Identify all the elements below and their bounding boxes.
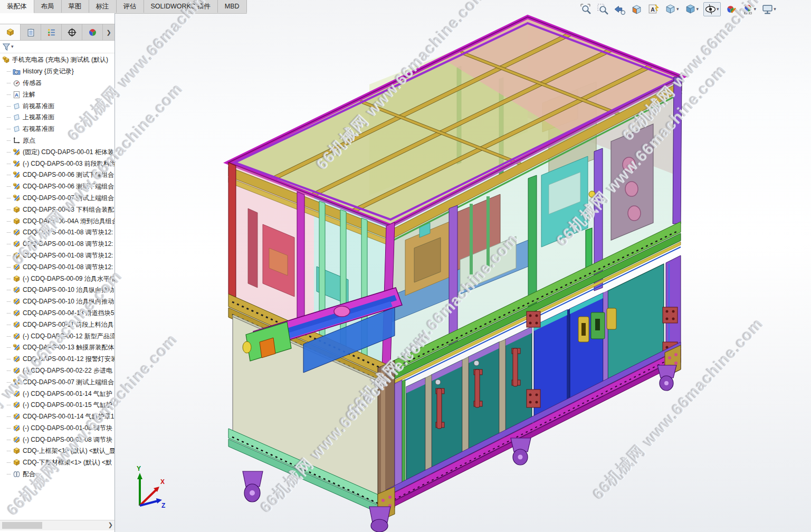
zoom-to-area-button[interactable] bbox=[596, 3, 609, 16]
tree-item-label: CDQ-DAPS-00-01-12 报警灯安装 bbox=[23, 355, 115, 364]
triad-y-label: Y bbox=[137, 465, 141, 472]
zoom-to-fit-button[interactable] bbox=[579, 3, 593, 16]
door-knob bbox=[474, 360, 479, 366]
asm-pencil-icon bbox=[13, 378, 21, 386]
tree-item[interactable]: A注解 bbox=[0, 89, 115, 100]
panel-tab-featuremanager-tree[interactable] bbox=[0, 24, 21, 40]
scrollbar-thumb[interactable] bbox=[2, 522, 42, 529]
tree-item[interactable]: CDQ-DAPS-00-07 测试上端组合 bbox=[0, 376, 115, 388]
edit-appearance-button[interactable] bbox=[724, 3, 738, 16]
tree-item[interactable]: (-) CDQ-DAPS-00-01-14 气缸护 bbox=[0, 388, 115, 400]
tree-connector bbox=[7, 255, 11, 256]
tree-item-label: CDQ-DAPS-00-06 测试下端组合 bbox=[23, 170, 114, 179]
panel-tab-propertymanager[interactable] bbox=[21, 24, 41, 40]
panel-tab-configurationmanager[interactable] bbox=[62, 24, 82, 40]
dropdown-caret-icon[interactable]: ▾ bbox=[676, 7, 679, 12]
3d-viewport[interactable]: Y X Z A▾▾▾▾▾ bbox=[115, 0, 811, 532]
tree-item[interactable]: CDQ-下型材框架<1> (默认) <默 bbox=[0, 457, 115, 469]
apply-scene-button[interactable]: ▾ bbox=[741, 3, 758, 16]
tab-布局[interactable]: 布局 bbox=[34, 0, 62, 13]
panel-tab-displaymanager[interactable] bbox=[41, 24, 62, 40]
previous-view-button[interactable] bbox=[613, 3, 626, 16]
feature-tree: 手机充电器 (充电头) 测试机 (默认)History {历史记录}传感器A注解… bbox=[0, 54, 115, 520]
panel-expand-chevron[interactable]: ❯ bbox=[103, 24, 115, 40]
tab-SOLIDWORKS 插件[interactable]: SOLIDWORKS 插件 bbox=[144, 0, 218, 13]
tree-item[interactable]: CDQ-DAPS-00-06 测试下端组合 bbox=[0, 181, 115, 193]
tree-item-label: CDQ-DAPS-00-11 前段上料治具 bbox=[23, 320, 113, 329]
tree-item[interactable]: (-) CDQ-DAPS-00-01-15 气缸护 bbox=[0, 400, 115, 411]
tree-connector bbox=[7, 164, 11, 164]
tab-MBD[interactable]: MBD bbox=[218, 0, 247, 13]
scrollbar-right-arrow[interactable]: ❯ bbox=[108, 521, 113, 528]
panel-horizontal-scrollbar[interactable]: ❯ bbox=[0, 520, 115, 530]
tree-item[interactable]: 传感器 bbox=[0, 78, 115, 89]
dropdown-caret-icon[interactable]: ▾ bbox=[717, 7, 719, 12]
tree-item-label: (-) CDQ-DAPS-00-01-14 气缸护 bbox=[23, 390, 112, 398]
dropdown-caret-icon[interactable]: ▾ bbox=[696, 7, 699, 12]
tree-connector bbox=[7, 474, 11, 474]
asm-pencil-icon bbox=[13, 183, 21, 191]
tree-item[interactable]: CDQ-DAPS-00-01-08 调节块12: bbox=[0, 261, 115, 273]
tree-item[interactable]: (-) CDQ-DAPS-00-01-08 调节块 bbox=[0, 423, 115, 434]
tree-item[interactable]: 右视基准面 bbox=[0, 124, 115, 135]
tree-item[interactable]: (-) CDQ-DAPS-00-02-22 步进电 bbox=[0, 365, 115, 377]
tree-item[interactable]: CDQ-DAPS-00-04A 滑到治具组合 bbox=[0, 215, 115, 227]
tree-item[interactable]: (-) CDQ-DAPS-00-09 治具水平推 bbox=[0, 273, 115, 284]
filter-icon[interactable] bbox=[2, 43, 11, 51]
tree-connector bbox=[7, 416, 11, 417]
tab-评估[interactable]: 评估 bbox=[117, 0, 144, 13]
tree-item[interactable]: 原点 bbox=[0, 135, 115, 147]
section-view-button[interactable] bbox=[630, 3, 643, 16]
display-style-button[interactable]: ▾ bbox=[684, 3, 700, 16]
tree-connector bbox=[7, 117, 11, 118]
tree-item[interactable]: CDQ-上框架<1> (默认) <默认_显 bbox=[0, 445, 115, 457]
tree-connector bbox=[7, 359, 11, 359]
dropdown-caret-icon[interactable]: ▾ bbox=[754, 7, 757, 12]
part-pencil-icon bbox=[13, 413, 21, 421]
tree-item-label: CDQ-DAPS-00-01-08 调节块12: bbox=[23, 240, 113, 249]
tree-item[interactable]: 前视基准面 bbox=[0, 100, 115, 112]
tree-item[interactable]: CDQ-DAPS-00-01-08 调节块12: bbox=[0, 239, 115, 250]
tree-item[interactable]: CDQ-DAPS-00-11 前段上料治具 bbox=[0, 319, 115, 330]
asm-pencil-icon bbox=[13, 160, 21, 168]
annotations-visibility-button[interactable]: A bbox=[647, 3, 660, 16]
view-orientation-button[interactable]: ▾ bbox=[664, 3, 680, 16]
tree-item[interactable]: 上视基准面 bbox=[0, 112, 115, 124]
tree-item[interactable]: (-) CDQ-DAPS-00-01-08 调节块 bbox=[0, 434, 115, 445]
tree-item[interactable]: CDQ-DAPS-00-08 下料组合装配 bbox=[0, 204, 115, 215]
tree-item[interactable]: (固定) CDQ-DAPS-00-01 柜体装 bbox=[0, 146, 115, 158]
tree-item[interactable]: (-) CDQ-DAPS-00-12 新型产品流 bbox=[0, 330, 115, 342]
tree-connector bbox=[7, 232, 11, 233]
tab-装配体[interactable]: 装配体 bbox=[0, 0, 34, 13]
tab-草图[interactable]: 草图 bbox=[62, 0, 89, 13]
solidworks-window: Y X Z A▾▾▾▾▾ 装配体布局草图标注评估SOLIDWORKS 插件MBD… bbox=[0, 0, 811, 532]
tree-item[interactable]: CDQ-DAPS-00-07 测试上端组合 bbox=[0, 193, 115, 204]
tree-item[interactable]: History {历史记录} bbox=[0, 66, 115, 78]
tree-item[interactable]: CDQ-DAPS-00-13 触摸屏装配体 bbox=[0, 342, 115, 354]
tree-item[interactable]: CDQ-DAPS-00-06 测试下端组合 bbox=[0, 169, 115, 181]
tree-item[interactable]: CDQ-DAPS-00-10 治具纵向推动 bbox=[0, 296, 115, 308]
tree-connector bbox=[7, 175, 11, 175]
panel-tab-appearances[interactable] bbox=[82, 24, 103, 40]
tree-connector bbox=[7, 279, 11, 279]
tab-标注[interactable]: 标注 bbox=[89, 0, 117, 13]
tree-item[interactable]: CDQ-DAPS-00-10 治具纵向推动 bbox=[0, 284, 115, 296]
tree-item[interactable]: CDQ-DAPS-00-01-14 气缸护罩1 bbox=[0, 411, 115, 423]
filter-caret-icon[interactable]: ▾ bbox=[11, 44, 14, 49]
tree-item-label: CDQ-DAPS-00-01-08 调节块12: bbox=[23, 228, 113, 237]
hide-show-items-button[interactable]: ▾ bbox=[703, 2, 721, 16]
tree-item[interactable]: CDQ-DAPS-00-01-08 调节块12: bbox=[0, 227, 115, 239]
tree-item[interactable]: CDQ-DAPS-00-04-13 滑道挡块5 bbox=[0, 308, 115, 319]
asm-pencil-icon bbox=[13, 148, 21, 156]
tree-item[interactable]: CDQ-DAPS-00-01-08 调节块12: bbox=[0, 250, 115, 262]
tree-item[interactable]: CDQ-DAPS-00-01-12 报警灯安装 bbox=[0, 354, 115, 365]
view-settings-button[interactable]: ▾ bbox=[761, 3, 777, 16]
tree-root-item[interactable]: 手机充电器 (充电头) 测试机 (默认) bbox=[0, 54, 115, 66]
dropdown-caret-icon[interactable]: ▾ bbox=[774, 7, 776, 12]
tree-connector bbox=[7, 370, 11, 371]
origin-triad: Y X Z bbox=[137, 465, 165, 509]
tree-filter-row[interactable]: ▾ bbox=[0, 41, 115, 53]
tree-item[interactable]: 配合 bbox=[0, 469, 115, 480]
tree-item[interactable]: (-) CDQ-DAPS-00-03 前段取料组 bbox=[0, 158, 115, 169]
origin-icon bbox=[13, 137, 21, 145]
